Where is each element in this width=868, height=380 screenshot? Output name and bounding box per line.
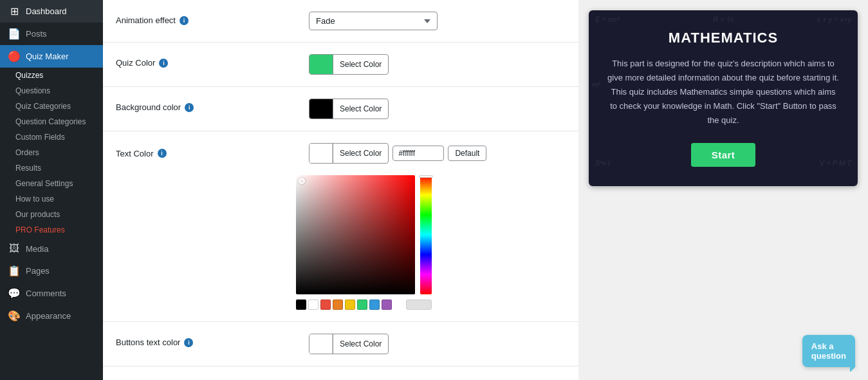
text-color-hex-input[interactable] — [392, 146, 444, 161]
quiz-preview-bg: E = mc² x + y = x+y R = ⅔ Sⁿv·t V = P·M·… — [589, 10, 858, 186]
swatch-purple[interactable] — [382, 299, 392, 310]
text-color-controls: Select Color Default — [309, 143, 486, 164]
sidebar-item-quiz-maker[interactable]: 🔴 Quiz Maker — [0, 45, 103, 68]
dashboard-icon: ⊞ — [8, 5, 21, 17]
quiz-preview-card: E = mc² x + y = x+y R = ⅔ Sⁿv·t V = P·M·… — [589, 10, 858, 186]
sidebar-sub-quizzes[interactable]: Quizzes — [0, 68, 103, 83]
swatch-yellow[interactable] — [345, 299, 355, 310]
quiz-color-label: Quiz Color i — [116, 54, 296, 68]
sidebar-item-appearance[interactable]: 🎨 Appearance — [0, 305, 103, 327]
comments-icon: 💬 — [8, 287, 21, 299]
sidebar-item-label: Comments — [26, 289, 66, 298]
preview-start-button[interactable]: Start — [691, 143, 756, 167]
sidebar-sub-orders[interactable]: Orders — [0, 145, 103, 160]
sidebar: ⊞ Dashboard 📄 Posts 🔴 Quiz Maker Quizzes… — [0, 0, 103, 380]
swatch-blue[interactable] — [369, 299, 380, 310]
buttons-text-color-label: Buttons text color i — [116, 334, 296, 347]
sidebar-item-media[interactable]: 🖼 Media — [0, 238, 103, 260]
sidebar-sub-our-products[interactable]: Our products — [0, 207, 103, 222]
buttons-text-color-control: Select Color — [309, 334, 566, 354]
animation-effect-select[interactable]: Fade Slide Bounce None — [309, 12, 438, 30]
color-gradient-cursor — [299, 178, 305, 184]
text-color-default-button[interactable]: Default — [448, 146, 486, 161]
sidebar-item-posts[interactable]: 📄 Posts — [0, 23, 103, 45]
bg-color-info-icon[interactable]: i — [185, 103, 194, 112]
color-gradient-bg — [296, 175, 415, 294]
quiz-color-swatch — [309, 55, 333, 74]
preview-title: MATHEMATICS — [607, 30, 840, 46]
text-color-button[interactable]: Select Color — [309, 143, 389, 164]
main-content: Animation effect i Fade Slide Bounce Non… — [103, 0, 868, 380]
media-icon: 🖼 — [8, 243, 21, 254]
quiz-card-content: MATHEMATICS This part is designed for th… — [589, 10, 858, 186]
text-color-swatch — [309, 144, 333, 163]
sidebar-item-label: Dashboard — [26, 6, 67, 16]
quiz-color-row: Quiz Color i Select Color — [103, 43, 578, 87]
color-swatches-row — [296, 299, 432, 310]
animation-info-icon[interactable]: i — [180, 16, 189, 25]
text-color-info-icon[interactable]: i — [158, 149, 167, 158]
btn-text-color-swatch — [309, 334, 333, 354]
sidebar-item-label: Quiz Maker — [26, 52, 68, 61]
quiz-color-info-icon[interactable]: i — [159, 59, 168, 68]
sidebar-sub-custom-fields[interactable]: Custom Fields — [0, 129, 103, 145]
sidebar-item-pages[interactable]: 📋 Pages — [0, 260, 103, 282]
sidebar-item-label: Media — [26, 244, 48, 254]
pages-icon: 📋 — [8, 265, 21, 277]
sidebar-item-comments[interactable]: 💬 Comments — [0, 282, 103, 305]
swatch-red[interactable] — [320, 299, 331, 310]
swatch-orange[interactable] — [333, 299, 343, 310]
bg-color-swatch — [309, 99, 333, 119]
animation-effect-row: Animation effect i Fade Slide Bounce Non… — [103, 0, 578, 43]
hue-slider[interactable] — [420, 175, 432, 294]
swatch-green[interactable] — [357, 299, 367, 310]
quizmaker-icon: 🔴 — [8, 50, 21, 62]
hue-cursor — [419, 175, 433, 178]
sidebar-item-label: Appearance — [26, 311, 71, 321]
text-color-label: Text Color i — [116, 149, 296, 158]
appearance-icon: 🎨 — [8, 310, 21, 322]
color-gradient-area[interactable] — [296, 175, 415, 294]
swatch-black[interactable] — [296, 299, 306, 310]
background-color-row: Background color i Select Color — [103, 87, 578, 131]
animation-effect-control: Fade Slide Bounce None — [309, 12, 566, 30]
sidebar-sub-question-categories[interactable]: Question Categories — [0, 114, 103, 129]
text-color-btn-label: Select Color — [333, 144, 388, 163]
swatch-white[interactable] — [308, 299, 319, 310]
color-picker-container — [296, 175, 432, 294]
btn-text-color-info-icon[interactable]: i — [184, 338, 193, 347]
sidebar-sub-questions[interactable]: Questions — [0, 83, 103, 99]
settings-panel: Animation effect i Fade Slide Bounce Non… — [103, 0, 578, 380]
posts-icon: 📄 — [8, 28, 21, 40]
preview-panel: E = mc² x + y = x+y R = ⅔ Sⁿv·t V = P·M·… — [578, 0, 868, 380]
sidebar-sub-how-to-use[interactable]: How to use — [0, 191, 103, 207]
background-color-control: Select Color — [309, 99, 566, 119]
preview-description: This part is designed for the quiz's des… — [607, 57, 840, 128]
background-color-label: Background color i — [116, 99, 296, 112]
sidebar-sub-pro-features[interactable]: PRO Features — [0, 222, 103, 238]
color-picker — [296, 170, 432, 310]
hex-drag-handle[interactable] — [406, 299, 432, 310]
quiz-color-control: Select Color — [309, 54, 566, 75]
buttons-text-color-button[interactable]: Select Color — [309, 334, 389, 354]
btn-text-color-btn-label: Select Color — [333, 334, 388, 354]
bg-color-btn-label: Select Color — [333, 99, 388, 119]
sidebar-item-label: Pages — [26, 266, 50, 276]
sidebar-item-label: Posts — [26, 29, 47, 39]
sidebar-sub-results[interactable]: Results — [0, 160, 103, 176]
text-color-row: Text Color i Select Color Default — [103, 131, 578, 322]
sidebar-sub-general-settings[interactable]: General Settings — [0, 176, 103, 191]
background-color-button[interactable]: Select Color — [309, 99, 389, 119]
ask-question-bubble[interactable]: Ask a question — [802, 335, 855, 367]
buttons-text-color-row: Buttons text color i Select Color — [103, 322, 578, 366]
quiz-color-button[interactable]: Select Color — [309, 54, 389, 75]
animation-effect-label: Animation effect i — [116, 12, 296, 25]
sidebar-sub-quiz-categories[interactable]: Quiz Categories — [0, 99, 103, 114]
quiz-color-btn-label: Select Color — [333, 55, 388, 74]
sidebar-item-dashboard[interactable]: ⊞ Dashboard — [0, 0, 103, 23]
